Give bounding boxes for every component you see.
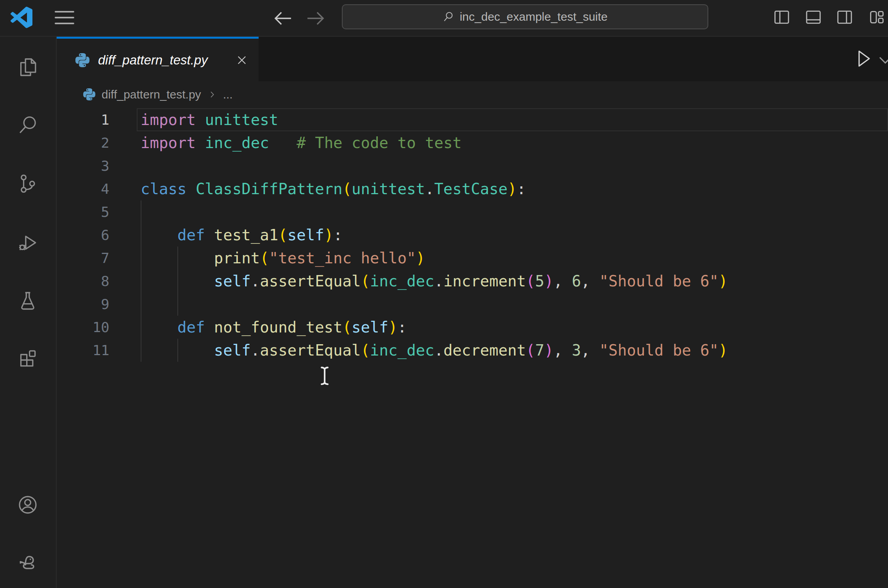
back-arrow-icon[interactable] <box>272 10 294 27</box>
code-text: import inc_dec # The code to test <box>141 131 462 154</box>
line-number[interactable]: 10 <box>57 316 109 339</box>
code-line[interactable]: 6 def test_a1(self): <box>57 223 888 247</box>
code-editor[interactable]: 1import unittest2import inc_dec # The co… <box>57 107 888 588</box>
code-text: self.assertEqual(inc_dec.decrement(7), 3… <box>141 339 728 362</box>
tab-bar: diff_pattern_test.py <box>57 37 888 81</box>
search-icon[interactable] <box>17 114 39 136</box>
code-text: self.assertEqual(inc_dec.increment(5), 6… <box>141 270 728 293</box>
code-line[interactable]: 3 <box>57 154 888 177</box>
code-text: import unittest <box>141 108 278 131</box>
chevron-right-icon <box>207 90 217 99</box>
account-icon[interactable] <box>17 494 39 516</box>
line-number[interactable]: 4 <box>57 177 109 200</box>
code-area: 1import unittest2import inc_dec # The co… <box>57 108 888 362</box>
layout-sidebar-left-icon[interactable] <box>773 8 791 26</box>
command-center-query: inc_dec_example_test_suite <box>460 10 608 23</box>
tab-diff-pattern-test[interactable]: diff_pattern_test.py <box>57 37 259 81</box>
code-line[interactable]: 11 self.assertEqual(inc_dec.decrement(7)… <box>57 339 888 362</box>
breadcrumb-file[interactable]: diff_pattern_test.py <box>102 88 201 101</box>
code-line[interactable]: 9 <box>57 293 888 316</box>
customize-layout-icon[interactable] <box>868 8 886 26</box>
code-line[interactable]: 5 <box>57 200 888 223</box>
code-text: print("test_inc hello") <box>141 247 425 270</box>
search-icon <box>443 11 454 23</box>
debug-play-bug-icon[interactable] <box>17 231 39 253</box>
line-number[interactable]: 8 <box>57 270 109 293</box>
hamburger-menu-icon[interactable] <box>55 11 74 24</box>
vscode-logo-icon <box>11 6 32 29</box>
extensions-icon[interactable] <box>17 348 39 370</box>
title-bar: inc_dec_example_test_suite <box>0 0 888 37</box>
code-line[interactable]: 2import inc_dec # The code to test <box>57 131 888 154</box>
layout-panel-icon[interactable] <box>804 8 822 26</box>
code-line[interactable]: 8 self.assertEqual(inc_dec.increment(5),… <box>57 270 888 293</box>
git-branch-icon[interactable] <box>17 173 39 195</box>
indent-guide <box>141 200 141 223</box>
line-number[interactable]: 5 <box>57 200 109 223</box>
code-line[interactable]: 1import unittest <box>57 108 888 131</box>
code-line[interactable]: 7 print("test_inc hello") <box>57 247 888 270</box>
forward-arrow-icon[interactable] <box>305 10 327 27</box>
layout-sidebar-right-icon[interactable] <box>836 8 854 26</box>
code-line[interactable]: 10 def not_found_test(self): <box>57 316 888 339</box>
activity-bar <box>0 37 57 588</box>
python-icon <box>75 53 89 67</box>
beaker-icon[interactable] <box>17 290 39 312</box>
line-number[interactable]: 11 <box>57 339 109 362</box>
code-text: def not_found_test(self): <box>141 316 407 339</box>
code-text: class ClassDiffPattern(unittest.TestCase… <box>141 177 526 200</box>
line-number[interactable]: 7 <box>57 247 109 270</box>
command-center-search[interactable]: inc_dec_example_test_suite <box>342 4 708 29</box>
tab-label: diff_pattern_test.py <box>98 53 227 68</box>
indent-guide <box>141 293 141 316</box>
line-number[interactable]: 1 <box>57 108 109 131</box>
line-number[interactable]: 9 <box>57 293 109 316</box>
python-snake-icon[interactable] <box>17 551 39 573</box>
line-number[interactable]: 2 <box>57 131 109 154</box>
run-icon[interactable] <box>856 48 872 69</box>
indent-guide <box>177 293 178 316</box>
chevron-down-icon[interactable] <box>877 55 888 66</box>
python-icon <box>83 88 95 100</box>
breadcrumb-symbol[interactable]: ... <box>223 88 233 101</box>
files-icon[interactable] <box>17 56 39 78</box>
code-line[interactable]: 4class ClassDiffPattern(unittest.TestCas… <box>57 177 888 200</box>
code-text: def test_a1(self): <box>141 223 343 247</box>
vscode-window: inc_dec_example_test_suite <box>0 0 888 588</box>
close-icon[interactable] <box>235 54 248 67</box>
breadcrumb: diff_pattern_test.py ... <box>57 81 888 107</box>
line-number[interactable]: 6 <box>57 223 109 247</box>
line-number[interactable]: 3 <box>57 154 109 177</box>
